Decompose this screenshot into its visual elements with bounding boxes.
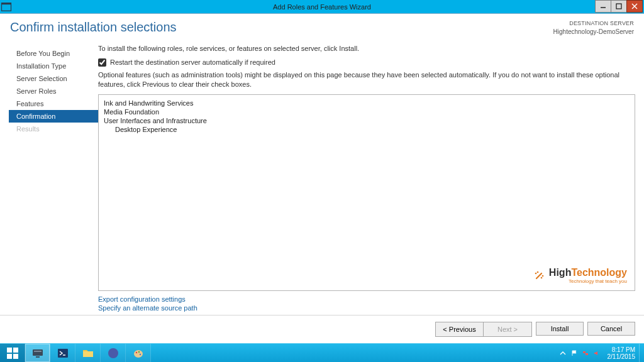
next-button: Next > [484,322,531,336]
task-explorer[interactable] [75,344,101,362]
export-config-link[interactable]: Export configuration settings [98,295,635,304]
page-title: Confirm installation selections [10,20,553,35]
content-row: Before You Begin Installation Type Serve… [0,40,644,315]
svg-point-6 [535,273,537,275]
main-panel: To install the following roles, role ser… [98,45,635,315]
destination-block: DESTINATION SERVER Hightechnology-DemoSe… [553,20,634,36]
svg-rect-13 [13,354,18,359]
titlebar: Add Roles and Features Wizard [0,0,644,14]
svg-point-23 [138,351,139,352]
nav-button-pair: < Previous Next > [435,322,532,337]
intro-text: To install the following roles, role ser… [98,45,635,52]
svg-point-24 [139,353,140,354]
step-features[interactable]: Features [9,97,98,110]
cancel-button[interactable]: Cancel [587,322,635,336]
svg-rect-19 [83,351,93,357]
list-item: Media Foundation [104,107,630,116]
network-icon[interactable] [581,349,590,358]
svg-point-20 [108,348,118,358]
step-server-selection[interactable]: Server Selection [9,72,98,85]
task-paint[interactable] [126,344,151,362]
window-controls [596,0,643,13]
task-powershell[interactable] [50,344,75,362]
svg-rect-1 [2,3,11,4]
svg-rect-15 [34,351,42,352]
watermark-suffix: Technology [571,267,627,278]
app-icon [0,0,13,13]
links-block: Export configuration settings Specify an… [98,295,635,312]
clock-date: 2/11/2015 [608,353,636,360]
wizard-body: Confirm installation selections DESTINAT… [0,14,644,343]
header-row: Confirm installation selections DESTINAT… [0,14,644,40]
svg-rect-12 [7,354,12,359]
svg-point-7 [537,272,539,273]
minimize-button[interactable] [595,0,611,13]
alt-source-link[interactable]: Specify an alternate source path [98,304,635,312]
taskbar-clock[interactable]: 8:17 PM 2/11/2015 [604,344,640,362]
close-button[interactable] [626,0,643,13]
start-button[interactable] [0,344,25,362]
svg-rect-26 [586,353,588,355]
optional-text: Optional features (such as administratio… [98,70,635,90]
watermark-icon [533,270,545,282]
svg-point-8 [541,277,543,279]
watermark-tagline: Technology that teach you [549,279,627,284]
step-results: Results [9,123,98,135]
wizard-buttons: < Previous Next > Install Cancel [0,315,644,343]
task-firefox[interactable] [101,344,126,362]
features-listbox[interactable]: Ink and Handwriting Services Media Found… [98,94,635,291]
tray-up-icon[interactable] [558,349,567,358]
list-item: Desktop Experience [104,125,630,134]
restart-checkbox[interactable] [98,58,106,67]
svg-point-22 [135,351,136,353]
taskbar: 8:17 PM 2/11/2015 [0,343,644,362]
window-title: Add Roles and Features Wizard [0,3,644,11]
previous-button[interactable]: < Previous [436,322,484,336]
restart-checkbox-row: Restart the destination server automatic… [98,58,635,67]
task-server-manager[interactable] [25,344,50,362]
svg-rect-11 [13,348,18,353]
list-item: Ink and Handwriting Services [104,99,630,107]
svg-point-9 [542,275,544,277]
install-button[interactable]: Install [536,322,584,336]
svg-point-21 [134,350,143,358]
list-item: User Interfaces and Infrastructure [104,116,630,125]
step-confirmation[interactable]: Confirmation [9,110,98,123]
watermark: HighTechnology Technology that teach you [533,268,627,284]
show-desktop-button[interactable] [639,344,644,362]
step-before-you-begin[interactable]: Before You Begin [9,47,98,60]
clock-time: 8:17 PM [608,346,636,353]
svg-rect-14 [33,349,43,356]
destination-server: Hightechnology-DemoServer [553,28,634,36]
svg-rect-3 [616,4,621,9]
watermark-prefix: High [549,267,572,278]
svg-rect-10 [7,348,12,353]
svg-rect-16 [36,356,40,358]
flag-icon[interactable] [570,349,579,358]
watermark-text: HighTechnology Technology that teach you [549,268,627,284]
wizard-sidebar: Before You Begin Installation Type Serve… [9,45,98,315]
taskbar-spacer [151,344,556,362]
step-installation-type[interactable]: Installation Type [9,60,98,72]
maximize-button[interactable] [611,0,627,13]
restart-label: Restart the destination server automatic… [110,58,275,66]
system-tray[interactable] [556,344,604,362]
volume-icon[interactable] [592,349,601,358]
svg-rect-25 [583,351,586,353]
step-server-roles[interactable]: Server Roles [9,85,98,97]
destination-label: DESTINATION SERVER [553,20,634,28]
